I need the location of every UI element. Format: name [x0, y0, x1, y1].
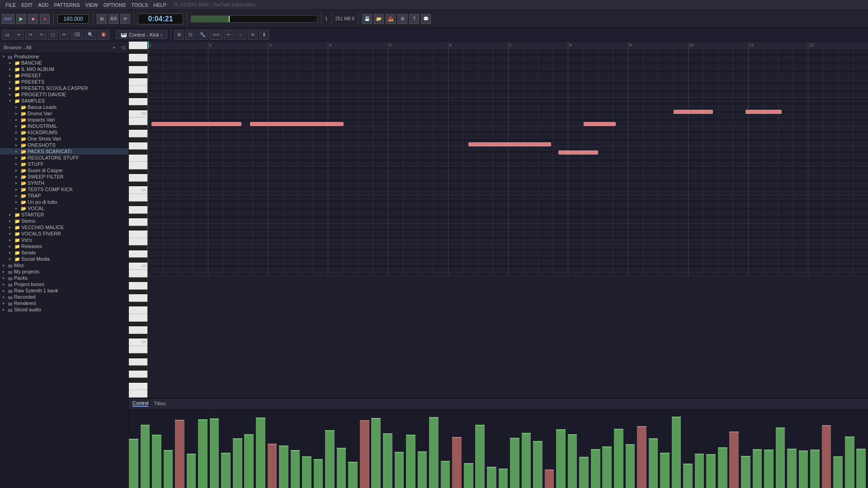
piano-key-D5[interactable] [129, 98, 147, 106]
sidebar-item-vocal[interactable]: ▸📂 VOCAL [0, 205, 128, 211]
piano-key-C4[interactable]: C4 [129, 186, 147, 194]
sidebar-item-social-media[interactable]: ▸📁 Social Media [0, 256, 128, 262]
sidebar-item-preset[interactable]: ▸📁 PRESET [0, 72, 128, 79]
sidebar-item-banca-leads[interactable]: ▸📂 Banca Leads [0, 104, 128, 110]
chat-icon[interactable]: 💬 [421, 14, 431, 24]
piano-key-C#2[interactable] [129, 334, 147, 338]
piano-key-F5[interactable] [129, 78, 147, 86]
sidebar-item-industrial[interactable]: ▸📂 INDUSTRIAL [0, 123, 128, 129]
random-btn[interactable]: ≋ [248, 30, 258, 40]
piano-key-A5[interactable] [129, 54, 147, 61]
piano-key-F#2[interactable] [129, 302, 147, 306]
chord-btn[interactable]: ⊞ [174, 30, 184, 40]
piano-key-A4[interactable] [129, 130, 147, 137]
strum-btn[interactable]: ⟺ [210, 30, 222, 40]
sidebar-item-un-po-di-tutto[interactable]: ▸📂 Un po di tutto [0, 199, 128, 205]
sidebar-item-my-projects[interactable]: ▸🖴 My projects [0, 268, 128, 275]
tab-control[interactable]: Control [132, 400, 148, 407]
snap-icon[interactable]: ⊞ [97, 14, 107, 24]
sidebar-item-progetti-davide[interactable]: ▸📁 PROGETTI DAVIDE [0, 91, 128, 98]
piano-key-E4[interactable] [129, 162, 147, 169]
sidebar-item-synth[interactable]: ▸📂 SYNTH [0, 180, 128, 186]
piano-key-G5[interactable] [129, 66, 147, 74]
piano-key-A1[interactable] [129, 358, 147, 366]
piano-key-D#2[interactable] [129, 322, 147, 326]
note-1[interactable] [250, 122, 344, 126]
piano-key-C2[interactable]: C2 [129, 338, 147, 346]
piano-key-G#2[interactable] [129, 290, 147, 294]
piano-key-A#4[interactable] [129, 125, 147, 130]
mode1-icon[interactable]: 4/4 [108, 14, 118, 24]
piano-key-F#4[interactable] [129, 150, 147, 154]
sidebar-item-produzione[interactable]: ▾🖴 Produzione [0, 53, 128, 60]
stop-button[interactable]: ■ [28, 14, 38, 24]
control-content[interactable] [129, 408, 868, 488]
plugin-icon[interactable]: PAT [2, 14, 14, 24]
record-button[interactable]: ● [40, 14, 50, 24]
piano-key-G1[interactable] [129, 371, 147, 378]
piano-key-G#4[interactable] [129, 137, 147, 142]
note-0[interactable] [151, 122, 241, 126]
settings-icon[interactable]: ⚙ [397, 14, 407, 24]
menu-tools[interactable]: TOOLS [128, 2, 151, 8]
piano-key-G3[interactable] [129, 218, 147, 226]
sidebar-item-stuff[interactable]: ▸📂 STUFF [0, 161, 128, 167]
menu-add[interactable]: ADD [35, 2, 51, 8]
zoom-btn[interactable]: 🔍 [85, 30, 96, 40]
sidebar-item-kickdrums[interactable]: ▸📂 KICKDRUMS [0, 129, 128, 136]
sidebar-item-presets-scuola-casper[interactable]: ▸📁 PRESETS SCUOLA CASPER [0, 85, 128, 91]
piano-key-A#5[interactable] [129, 49, 147, 54]
progress-bar[interactable] [191, 15, 317, 23]
sidebar-item-vecchio-malice[interactable]: ▸📁 VECCHIO MALICE [0, 224, 128, 230]
piano-key-D2[interactable] [129, 326, 147, 334]
piano-key-F#1[interactable] [129, 378, 147, 382]
reverse-btn[interactable]: ↔ [236, 30, 246, 40]
cut-btn[interactable]: ✂ [37, 30, 47, 40]
piano-key-G#3[interactable] [129, 214, 147, 218]
menu-help[interactable]: HELP [151, 2, 169, 8]
sidebar-item-vst's[interactable]: ▸📁 Vst's [0, 237, 128, 243]
piano-key-B5[interactable] [129, 42, 147, 49]
piano-key-B2[interactable] [129, 270, 147, 277]
mute-btn[interactable]: 🔇 [98, 30, 109, 40]
piano-key-G#1[interactable] [129, 366, 147, 370]
piano-key-F3[interactable] [129, 230, 147, 238]
sidebar-item-trap[interactable]: ▸📂 TRAP [0, 192, 128, 199]
sidebar-item-vocals-fiverr[interactable]: ▸📁 VOCALS FIVERR [0, 230, 128, 237]
piano-key-F#3[interactable] [129, 226, 147, 230]
piano-key-G2[interactable] [129, 294, 147, 302]
note-3[interactable] [674, 110, 713, 114]
download-btn[interactable]: ⬇ [259, 30, 269, 40]
grid-scroll-area[interactable] [148, 49, 868, 277]
sidebar-nav-btn[interactable]: ◁ [121, 44, 125, 50]
piano-key-D#5[interactable] [129, 93, 147, 98]
note-5[interactable] [468, 142, 551, 146]
play-button[interactable]: ▶ [16, 14, 26, 24]
undo-btn[interactable]: ↩ [14, 30, 24, 40]
quantize-btn[interactable]: ⊡ [185, 30, 195, 40]
piano-key-E5[interactable] [129, 86, 147, 94]
piano-key-D#3[interactable] [129, 245, 147, 250]
sidebar-item-misc[interactable]: ▸🖴 Misc [0, 262, 128, 268]
piano-key-A#3[interactable] [129, 202, 147, 206]
sidebar-item-presets[interactable]: ▸📁 PRESETS [0, 79, 128, 85]
sidebar-item-sweep-filter[interactable]: ▸📂 SWEEP FILTER [0, 174, 128, 180]
sidebar-item-oneshots[interactable]: ▸📂 ONESHOTS [0, 142, 128, 148]
sidebar-item-packs-scaricati[interactable]: ▸📂 PACKS SCARICATI [0, 148, 128, 155]
piano-key-B1[interactable] [129, 346, 147, 354]
piano-key-E1[interactable] [129, 390, 147, 398]
piano-key-A2[interactable] [129, 282, 147, 290]
sidebar-item-impacts-vari[interactable]: ▸📂 Impacts Vari [0, 117, 128, 123]
note-4[interactable] [745, 110, 782, 114]
piano-key-A3[interactable] [129, 206, 147, 214]
sidebar-item-raw-sylenth-1-bank[interactable]: ▸🖴 Raw Sylenth 1 bank [0, 287, 128, 294]
piano-key-D4[interactable] [129, 174, 147, 182]
sidebar-item-starter[interactable]: ▸📁 STARTER [0, 211, 128, 218]
select-btn[interactable]: ◻ [48, 30, 58, 40]
piano-key-C#4[interactable] [129, 182, 147, 186]
sidebar-item-suoni-di-casper[interactable]: ▸📂 Suoni di Casper [0, 167, 128, 174]
loop-icon[interactable]: ⟳ [120, 14, 130, 24]
menu-file[interactable]: FILE [3, 2, 19, 8]
piano-key-C#5[interactable] [129, 105, 147, 110]
flip-btn[interactable]: ⊢ [224, 30, 234, 40]
